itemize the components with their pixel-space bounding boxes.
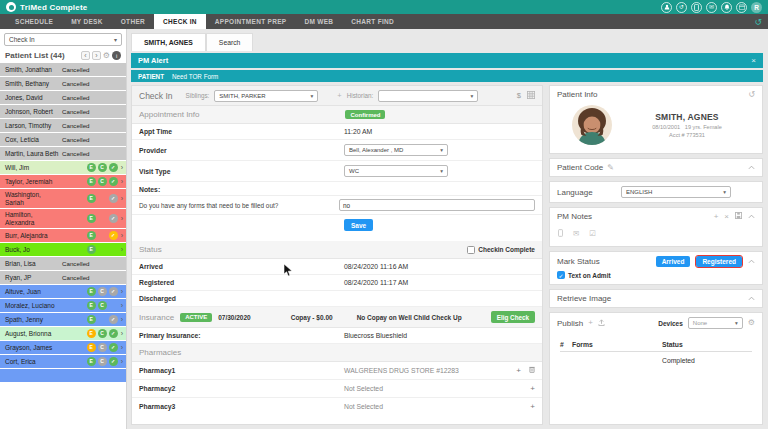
upload-icon[interactable] bbox=[598, 319, 605, 328]
nav-item-chart-find[interactable]: CHART FIND bbox=[342, 14, 403, 29]
gear-icon[interactable]: ⚙ bbox=[748, 319, 755, 327]
tab-search[interactable]: Search bbox=[206, 33, 254, 51]
patient-row[interactable]: Brian, LisaCancelled bbox=[0, 257, 126, 271]
patient-row[interactable]: Larson, TimothyCancelled bbox=[0, 119, 126, 133]
patient-row[interactable]: Martin, Laura BethCancelled bbox=[0, 147, 126, 161]
collapse-icon[interactable] bbox=[748, 296, 755, 302]
patient-row[interactable]: Johnson, RobertCancelled bbox=[0, 105, 126, 119]
language-select[interactable]: ENGLISH ▾ bbox=[621, 186, 731, 198]
close-icon[interactable]: × bbox=[751, 56, 756, 65]
row-chevron-icon[interactable]: › bbox=[121, 330, 123, 338]
row-chevron-icon[interactable]: › bbox=[121, 215, 123, 223]
add-note-icon[interactable]: + bbox=[714, 213, 719, 221]
patient-row[interactable]: Burr, AlejandraE✓› bbox=[0, 229, 126, 243]
nav-item-schedule[interactable]: SCHEDULE bbox=[6, 14, 62, 29]
patient-row[interactable]: Moralez, LucianoEC› bbox=[0, 299, 126, 313]
arrived-button[interactable]: Arrived bbox=[656, 256, 691, 267]
nav-item-dm-web[interactable]: DM WEB bbox=[295, 14, 342, 29]
patient-row[interactable]: Washington, SariahE✓› bbox=[0, 189, 126, 209]
patient-row[interactable]: Hamilton, AlexandraE✓› bbox=[0, 209, 126, 229]
siblings-select[interactable]: SMITH, PARKER ▾ bbox=[214, 90, 318, 102]
patient-row[interactable]: Jones, DavidCancelled bbox=[0, 91, 126, 105]
row-chevron-icon[interactable]: › bbox=[121, 246, 123, 254]
patient-row[interactable]: August, BrionnaEC✓› bbox=[0, 327, 126, 341]
mail-icon[interactable]: ✉ bbox=[573, 229, 579, 239]
patient-row[interactable]: Will, JimEC✓› bbox=[0, 161, 126, 175]
publish-add-icon[interactable]: + bbox=[588, 319, 593, 327]
patient-row[interactable]: Ryan, JPCancelled bbox=[0, 271, 126, 285]
refresh-icon[interactable]: ↺ bbox=[748, 91, 755, 99]
plus-icon[interactable]: + bbox=[337, 91, 341, 100]
row-chevron-icon[interactable]: › bbox=[121, 164, 123, 172]
registered-button[interactable]: Registered bbox=[696, 256, 742, 267]
collapse-icon[interactable] bbox=[748, 165, 755, 171]
check-badge-icon: ✓ bbox=[109, 177, 118, 186]
row-chevron-icon[interactable]: › bbox=[121, 178, 123, 186]
elig-check-button[interactable]: Elig Check bbox=[491, 311, 535, 323]
patient-photo bbox=[572, 105, 612, 145]
row-chevron-icon[interactable]: › bbox=[121, 358, 123, 366]
patient-row[interactable]: Cox, LeticiaCancelled bbox=[0, 133, 126, 147]
gear-icon[interactable]: ⚙ bbox=[103, 51, 110, 60]
patient-row[interactable]: Spath, JennyE✓› bbox=[0, 313, 126, 327]
patient-row[interactable]: Cort, EricaEC✓› bbox=[0, 355, 126, 369]
user-icon[interactable] bbox=[661, 2, 672, 13]
visit-type-select[interactable]: WC ▾ bbox=[344, 165, 448, 177]
row-chevron-icon[interactable]: › bbox=[121, 288, 123, 296]
user-avatar[interactable]: R bbox=[751, 2, 762, 13]
patient-row[interactable]: Grayson, JamesEC✓› bbox=[0, 341, 126, 355]
forms-table-row[interactable]: Completed bbox=[560, 352, 752, 364]
patient-status: Cancelled bbox=[62, 122, 90, 130]
delete-pharmacy-icon[interactable] bbox=[529, 366, 535, 375]
appt-time-label: Appt Time bbox=[139, 128, 344, 135]
collapse-icon[interactable] bbox=[748, 214, 755, 220]
row-chevron-icon[interactable]: › bbox=[121, 316, 123, 324]
patient-status: Cancelled bbox=[62, 260, 90, 268]
payment-icon[interactable]: $ bbox=[517, 91, 521, 100]
save-button[interactable]: Save bbox=[344, 219, 373, 231]
nav-item-appointment-prep[interactable]: APPOINTMENT PREP bbox=[206, 14, 296, 29]
nav-item-check-in[interactable]: CHECK IN bbox=[154, 14, 206, 29]
info-icon[interactable]: i bbox=[112, 51, 121, 60]
nav-item-my-desk[interactable]: MY DESK bbox=[62, 14, 112, 29]
phone-icon[interactable] bbox=[558, 229, 563, 239]
collapse-icon[interactable] bbox=[748, 259, 755, 265]
mail-check-icon[interactable]: ☑ bbox=[589, 229, 596, 239]
text-on-admit-checkbox[interactable]: ✓ bbox=[557, 271, 565, 279]
history-icon[interactable]: ↺ bbox=[676, 2, 687, 13]
row-chevron-icon[interactable]: › bbox=[121, 302, 123, 310]
next-page-button[interactable]: › bbox=[92, 51, 101, 60]
mail-icon[interactable]: ✉ bbox=[706, 2, 717, 13]
checkin-complete-checkbox[interactable] bbox=[467, 246, 475, 254]
patient-row[interactable]: Smith, BethanyCancelled bbox=[0, 77, 126, 91]
patient-row[interactable]: Smith, JonathanCancelled bbox=[0, 63, 126, 77]
edit-icon[interactable]: ✎ bbox=[607, 164, 614, 172]
row-chevron-icon[interactable]: › bbox=[121, 232, 123, 240]
patient-row[interactable]: Taylor, JeremiahEC✓› bbox=[0, 175, 126, 189]
save-note-icon[interactable] bbox=[735, 212, 742, 221]
row-chevron-icon[interactable]: › bbox=[121, 344, 123, 352]
add-pharmacy-icon[interactable]: + bbox=[516, 366, 521, 375]
patient-status: Cancelled bbox=[62, 108, 90, 116]
patient-row[interactable]: Altuve, JuanEC✓› bbox=[0, 285, 126, 299]
devices-select[interactable]: None ▾ bbox=[688, 317, 743, 329]
bell-icon[interactable] bbox=[721, 2, 732, 13]
provider-select[interactable]: Bell, Alexander , MD ▾ bbox=[344, 144, 448, 156]
row-chevron-icon[interactable]: › bbox=[121, 195, 123, 203]
forms-answer-input[interactable]: no bbox=[339, 199, 535, 211]
patient-row[interactable] bbox=[0, 369, 126, 383]
phone-icon[interactable] bbox=[691, 2, 702, 13]
patient-row[interactable]: Buck, JoE› bbox=[0, 243, 126, 257]
delete-note-icon[interactable]: × bbox=[724, 213, 729, 221]
check-badge-icon: ✓ bbox=[109, 315, 118, 324]
calendar-icon[interactable] bbox=[736, 2, 747, 13]
prev-page-button[interactable]: ‹ bbox=[81, 51, 90, 60]
nav-item-other[interactable]: OTHER bbox=[112, 14, 154, 29]
nav-refresh-icon[interactable]: ↺ bbox=[754, 17, 762, 27]
add-pharmacy-icon[interactable]: + bbox=[530, 402, 535, 411]
list-filter-select[interactable]: Check In ▾ bbox=[4, 33, 122, 46]
historian-select[interactable]: ▾ bbox=[378, 90, 478, 102]
tab-patient[interactable]: SMITH, AGNES bbox=[131, 33, 206, 51]
grid-icon[interactable] bbox=[527, 91, 535, 100]
add-pharmacy-icon[interactable]: + bbox=[530, 384, 535, 393]
